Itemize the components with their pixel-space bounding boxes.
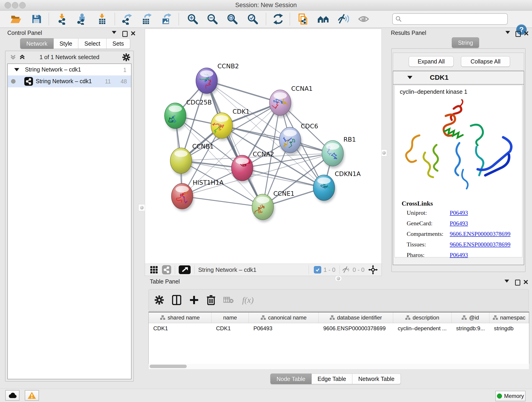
network-edge-CCNB2-CCNE1[interactable]: [207, 81, 263, 207]
import-table-icon[interactable]: [95, 13, 108, 26]
scrollbar-thumb[interactable]: [150, 365, 187, 368]
network-node-CDC25B[interactable]: [165, 103, 186, 128]
search-input[interactable]: [405, 14, 504, 23]
network-node-CCNB2[interactable]: [196, 68, 217, 94]
tab-network-table[interactable]: Network Table: [352, 374, 401, 384]
left-splitter-handle[interactable]: [138, 204, 145, 211]
table-row[interactable]: CDK1CDK1P064939606.ENSP00000378699cyclin…: [149, 323, 529, 333]
network-node-CCNA1[interactable]: [269, 90, 291, 115]
node-label-CDC6: CDC6: [301, 123, 318, 130]
panel-menu-icon[interactable]: [505, 31, 510, 34]
crosslink-uniprot-link[interactable]: P06493: [450, 210, 468, 216]
delete-column-icon[interactable]: [207, 295, 215, 305]
tab-node-table[interactable]: Node Table: [270, 374, 312, 384]
network-node-CCNE1[interactable]: [252, 194, 273, 220]
network-options-gear-icon[interactable]: [122, 53, 130, 61]
tab-edge-table[interactable]: Edge Table: [312, 374, 352, 384]
tab-network[interactable]: Network: [20, 38, 54, 49]
table-cell[interactable]: CDK1: [149, 323, 211, 333]
panel-menu-icon[interactable]: [505, 280, 509, 283]
float-panel-icon[interactable]: [515, 31, 521, 37]
table-cell[interactable]: CDK1: [211, 323, 249, 333]
network-node-CDKN1A[interactable]: [313, 175, 335, 201]
open-session-icon[interactable]: [9, 13, 22, 26]
tab-select[interactable]: Select: [78, 38, 106, 49]
zoom-selected-icon[interactable]: [246, 13, 259, 26]
table-cell[interactable]: 9606.ENSP00000378699: [319, 323, 393, 333]
crosslink-tissues-link[interactable]: 9606.ENSP00000378699: [450, 241, 510, 248]
zoom-out-icon[interactable]: [206, 13, 219, 26]
eye-icon[interactable]: [357, 13, 370, 26]
network-node-CDK1[interactable]: [211, 113, 233, 138]
column-header-description[interactable]: description: [393, 313, 452, 323]
table-cell[interactable]: cyclin–dependent ...: [393, 323, 452, 333]
cloud-status-button[interactable]: [5, 390, 19, 401]
toolbar-divider: [114, 13, 115, 25]
network-collection-row[interactable]: String Network – cdk1 1: [8, 64, 131, 75]
tab-sets[interactable]: Sets: [107, 38, 130, 49]
collapse-icon[interactable]: [14, 68, 19, 71]
network-row-selected[interactable]: String Network – cdk1 11 48: [8, 75, 131, 87]
horizontal-scrollbar[interactable]: [148, 364, 529, 370]
hide-graphics-details-icon[interactable]: [337, 13, 350, 26]
crosslink-compartments-link[interactable]: 9606.ENSP00000378699: [450, 230, 510, 237]
network-node-CCNB1[interactable]: [170, 148, 192, 173]
clear-table-icon: [223, 296, 234, 304]
detach-view-icon[interactable]: [179, 265, 191, 274]
network-node-RB1[interactable]: [322, 140, 343, 166]
show-columns-icon[interactable]: [172, 295, 181, 305]
import-network-from-database-icon[interactable]: [75, 13, 88, 26]
houses-icon[interactable]: [317, 13, 330, 26]
collapse-all-button[interactable]: Collapse All: [461, 56, 510, 67]
column-header-shared-name[interactable]: shared name: [149, 313, 211, 323]
network-node-CDC6[interactable]: [279, 127, 301, 153]
column-header--id[interactable]: @id: [452, 313, 489, 323]
column-header-database-identifier[interactable]: database identifier: [319, 313, 393, 323]
network-node-HIST1H1A[interactable]: [171, 183, 193, 209]
table-options-gear-icon[interactable]: [155, 295, 164, 305]
protein-description: cyclin–dependent kinase 1: [400, 89, 467, 95]
crosslink-genecard-link[interactable]: P06493: [450, 220, 468, 227]
collapse-entry-icon[interactable]: [407, 76, 412, 79]
warnings-button[interactable]: [25, 390, 39, 401]
column-header-name[interactable]: name: [211, 313, 249, 323]
tab-style[interactable]: Style: [54, 38, 79, 49]
column-header-canonical-name[interactable]: canonical name: [249, 313, 319, 323]
memory-button[interactable]: Memory: [495, 391, 526, 401]
table-cell[interactable]: P06493: [249, 323, 319, 333]
export-image-icon[interactable]: [159, 13, 172, 26]
zoom-in-icon[interactable]: [186, 13, 199, 26]
grid-view-icon[interactable]: [150, 266, 158, 274]
network-node-CCNA2[interactable]: [231, 155, 253, 181]
birds-eye-view-icon[interactable]: [368, 265, 378, 274]
toolbar-separator: [175, 265, 175, 274]
table-cell[interactable]: stringdb: [489, 323, 529, 333]
toolbar-divider: [290, 13, 290, 25]
attribute-type-icon: [462, 315, 467, 320]
title-bar: Session: New Session: [0, 0, 532, 11]
table-cell[interactable]: stringdb:9...: [452, 323, 489, 333]
network-canvas[interactable]: CCNB2CCNA1CDC25BCDK1CDC6RB1CCNB1CCNA2CDK…: [145, 29, 381, 263]
export-network-icon[interactable]: [120, 13, 133, 26]
tab-string-results[interactable]: String: [452, 37, 479, 48]
zoom-fit-icon[interactable]: [226, 13, 239, 26]
network-edge-CCNB2-CCNA1[interactable]: [207, 81, 280, 103]
float-panel-icon[interactable]: [122, 31, 128, 37]
crosslink-pharos-link[interactable]: P06493: [450, 252, 468, 259]
add-column-icon[interactable]: [190, 295, 199, 305]
refresh-view-icon[interactable]: [272, 13, 285, 26]
node-label-CCNB1: CCNB1: [192, 143, 214, 150]
export-table-icon[interactable]: [140, 13, 152, 26]
string-view-icon[interactable]: [162, 265, 171, 274]
import-network-icon[interactable]: [56, 13, 69, 26]
network-edge-CDK1-RB1[interactable]: [222, 126, 333, 153]
panel-menu-icon[interactable]: [112, 31, 116, 34]
expand-all-button[interactable]: Expand All: [409, 56, 454, 67]
column-header-namespac[interactable]: namespac: [489, 313, 529, 323]
result-entry-header[interactable]: CDK1: [393, 71, 524, 85]
float-panel-icon[interactable]: [515, 280, 520, 286]
document-network-icon[interactable]: [297, 13, 310, 26]
selected-items-checkbox[interactable]: [314, 266, 321, 274]
network-edge-HIST1H1A-CCNE1[interactable]: [182, 196, 263, 207]
save-session-icon[interactable]: [30, 13, 43, 26]
